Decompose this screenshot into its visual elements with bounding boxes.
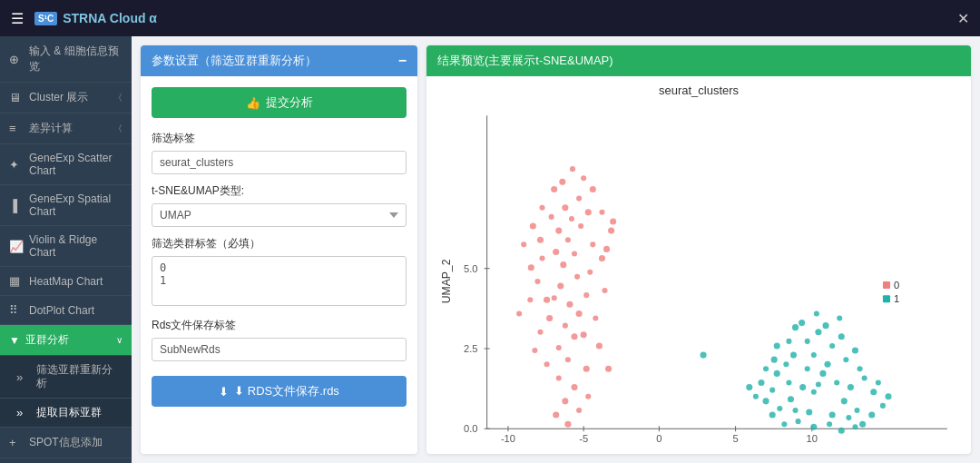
svg-text:0: 0: [656, 433, 662, 444]
tsne-umap-select[interactable]: UMAP t-SNE: [152, 203, 407, 227]
svg-point-103: [876, 379, 881, 385]
svg-point-91: [834, 379, 839, 385]
sidebar-item-spot-info[interactable]: + SPOT信息添加: [0, 428, 132, 458]
svg-point-85: [811, 352, 817, 358]
svg-point-55: [581, 175, 586, 181]
svg-point-89: [858, 366, 863, 371]
sidebar-item-geneexp-scatter[interactable]: ✦ GeneExp Scatter Chart: [0, 144, 132, 185]
cluster-1-points: [701, 310, 892, 433]
svg-point-75: [585, 394, 591, 399]
sidebar-item-diff-calc[interactable]: ≡ 差异计算 〈: [0, 113, 132, 144]
svg-point-74: [553, 411, 559, 418]
svg-point-42: [546, 315, 553, 321]
cluster-label-text: 筛选类群标签（必填）: [152, 236, 407, 251]
svg-point-73: [576, 408, 582, 413]
cluster-display-icon: 🖥: [9, 91, 24, 104]
legend-color-1: [883, 295, 890, 302]
sidebar-item-geneexp-spatial[interactable]: ▐ GeneExp Spatial Chart: [0, 185, 132, 226]
svg-point-69: [556, 375, 562, 380]
svg-point-117: [786, 379, 791, 385]
violin-ridge-icon: 📈: [9, 240, 24, 253]
sidebar-item-label: 筛选亚群重新分析: [36, 363, 122, 390]
svg-point-26: [572, 251, 577, 256]
svg-point-31: [574, 274, 580, 280]
svg-point-21: [569, 216, 574, 222]
svg-point-41: [565, 357, 571, 362]
svg-point-35: [552, 295, 557, 300]
close-icon[interactable]: ✕: [957, 10, 969, 27]
svg-point-134: [769, 411, 776, 418]
svg-point-100: [859, 421, 866, 428]
svg-point-94: [870, 389, 877, 395]
svg-point-95: [811, 389, 817, 395]
svg-point-110: [790, 352, 797, 359]
svg-point-77: [532, 348, 537, 353]
sidebar-item-cluster-display[interactable]: 🖥 Cluster 展示 〈: [0, 83, 132, 113]
left-panel-title: 参数设置（筛选亚群重新分析）: [152, 53, 317, 69]
sidebar-item-dotplot[interactable]: ⠿ DotPlot Chart: [0, 296, 132, 325]
svg-point-130: [810, 424, 817, 430]
extract-target-icon: »: [16, 406, 31, 419]
svg-point-119: [763, 366, 769, 371]
svg-point-108: [822, 322, 828, 329]
svg-point-126: [746, 384, 752, 390]
svg-point-44: [537, 237, 544, 243]
sidebar-item-label: 提取目标亚群: [36, 406, 102, 419]
svg-point-52: [528, 264, 534, 271]
geneexp-scatter-icon: ✦: [9, 158, 24, 172]
sidebar-item-label: HeatMap Chart: [29, 275, 103, 288]
left-panel-body: 👍 提交分析 筛选标签 t-SNE&UMAP类型: UMAP t-SNE 筛选类…: [141, 76, 417, 454]
legend-label-0: 0: [894, 280, 899, 291]
collapse-button[interactable]: −: [398, 53, 407, 69]
svg-point-40: [581, 331, 587, 338]
svg-point-97: [854, 408, 859, 413]
svg-point-102: [829, 411, 836, 418]
filter-label-input[interactable]: [152, 151, 407, 174]
sidebar-item-extract-target[interactable]: » 提取目标亚群: [0, 399, 132, 428]
sidebar-item-input-cell[interactable]: ⊕ 输入 & 细胞信息预览: [0, 36, 132, 83]
svg-point-60: [530, 222, 536, 229]
svg-point-43: [587, 270, 593, 275]
svg-point-34: [566, 301, 573, 308]
sidebar-item-label: 输入 & 细胞信息预览: [29, 44, 122, 74]
main-content: 参数设置（筛选亚群重新分析） − 👍 提交分析 筛选标签 t-SNE&UMAP类…: [132, 36, 980, 463]
sidebar-item-filter-recluster[interactable]: » 筛选亚群重新分析: [0, 356, 132, 399]
submit-label: 提交分析: [266, 94, 313, 111]
rds-value-input[interactable]: [152, 338, 407, 361]
rds-label-text: Rds文件保存标签: [152, 318, 407, 333]
sidebar-item-heatmap[interactable]: ▦ HeatMap Chart: [0, 267, 132, 296]
svg-point-127: [827, 421, 832, 427]
svg-point-46: [599, 255, 605, 261]
submit-analysis-button[interactable]: 👍 提交分析: [152, 87, 407, 118]
chevron-icon: 〈: [113, 92, 122, 104]
svg-point-128: [838, 428, 845, 434]
sidebar-item-label: GeneExp Spatial Chart: [29, 192, 122, 218]
svg-point-135: [781, 421, 787, 427]
menu-icon[interactable]: ☰: [11, 10, 24, 27]
save-rds-button[interactable]: ⬇ ⬇ RDS文件保存.rds: [152, 376, 407, 407]
svg-point-68: [583, 366, 590, 372]
svg-point-113: [783, 361, 789, 367]
svg-point-84: [838, 333, 845, 340]
svg-point-93: [862, 375, 867, 380]
svg-point-48: [608, 228, 614, 234]
svg-point-29: [549, 214, 554, 220]
svg-point-106: [799, 320, 805, 326]
sidebar-section-sub-analysis[interactable]: ▼ 亚群分析 ∨: [0, 325, 132, 356]
svg-point-76: [564, 421, 571, 428]
svg-point-115: [816, 382, 821, 388]
heatmap-icon: ▦: [9, 274, 24, 288]
tsne-umap-label: t-SNE&UMAP类型:: [152, 183, 407, 199]
svg-point-96: [841, 398, 848, 404]
sidebar-item-violin-ridge[interactable]: 📈 Violin & Ridge Chart: [0, 226, 132, 267]
svg-text:5.0: 5.0: [464, 263, 478, 274]
cluster-0-points: [516, 166, 616, 428]
svg-point-112: [774, 342, 780, 349]
svg-point-123: [777, 406, 782, 411]
svg-point-129: [852, 424, 858, 429]
svg-point-87: [843, 357, 848, 362]
svg-point-25: [553, 249, 559, 255]
svg-point-124: [763, 398, 769, 404]
cluster-values-input[interactable]: 0 1: [152, 256, 407, 306]
svg-point-133: [792, 408, 798, 413]
